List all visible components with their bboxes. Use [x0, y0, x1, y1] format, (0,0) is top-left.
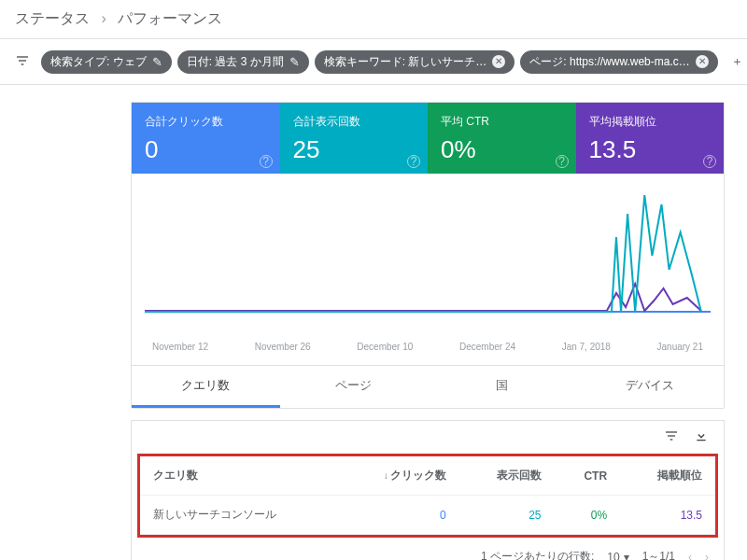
arrow-down-icon: ↓ — [384, 470, 388, 481]
metric-label: 合計表示回数 — [293, 114, 416, 130]
axis-label: November 26 — [255, 342, 311, 352]
help-icon[interactable]: ? — [407, 155, 420, 168]
close-icon[interactable]: ✕ — [492, 55, 505, 68]
col-ctr[interactable]: CTR — [555, 456, 621, 496]
pagination: 1 ページあたりの行数: 10 ▾ 1～1/1 ‹ › — [132, 541, 724, 560]
highlighted-table: クエリ数 ↓クリック数 表示回数 CTR 掲載順位 新しいサーチコンソール 0 … — [137, 454, 718, 538]
chip-search-type[interactable]: 検索タイプ: ウェブ ✎ — [41, 50, 172, 74]
cell-position: 13.5 — [620, 496, 715, 535]
help-icon[interactable]: ? — [703, 155, 716, 168]
col-clicks[interactable]: ↓クリック数 — [340, 456, 458, 496]
metric-value: 13.5 — [589, 135, 712, 164]
plus-icon: ＋ — [731, 53, 743, 70]
axis-label: December 10 — [357, 342, 413, 352]
filter-icon[interactable] — [9, 53, 35, 71]
col-query[interactable]: クエリ数 — [140, 456, 340, 496]
filter-icon[interactable] — [664, 428, 679, 446]
tab-pages[interactable]: ページ — [280, 366, 429, 408]
close-icon[interactable]: ✕ — [696, 55, 709, 68]
axis-label: Jan 7, 2018 — [562, 342, 611, 352]
chevron-right-icon: › — [101, 10, 106, 26]
rows-per-page-label: 1 ページあたりの行数: — [481, 549, 594, 560]
col-impressions[interactable]: 表示回数 — [459, 456, 555, 496]
pencil-icon: ✎ — [289, 56, 300, 68]
cell-query: 新しいサーチコンソール — [140, 496, 340, 535]
breadcrumb-current: パフォーマンス — [118, 10, 222, 26]
pencil-icon: ✎ — [152, 56, 162, 68]
col-position[interactable]: 掲載順位 — [620, 456, 715, 496]
cell-clicks: 0 — [340, 496, 458, 535]
metric-value: 0 — [145, 135, 267, 164]
axis-label: November 12 — [152, 342, 208, 352]
metric-label: 平均掲載順位 — [589, 114, 712, 130]
table-header-row: クエリ数 ↓クリック数 表示回数 CTR 掲載順位 — [140, 456, 715, 496]
page-range: 1～1/1 — [642, 549, 675, 560]
metric-value: 25 — [293, 135, 416, 164]
table-tabs: クエリ数 ページ 国 デバイス — [132, 365, 724, 408]
chip-label: ページ: https://www.web-ma.c… — [529, 54, 689, 70]
metric-value: 0% — [441, 135, 563, 164]
rows-per-page-select[interactable]: 10 ▾ — [607, 551, 628, 561]
metric-impressions[interactable]: 合計表示回数 25 ? — [280, 103, 429, 174]
metric-label: 平均 CTR — [441, 114, 563, 130]
chip-query[interactable]: 検索キーワード: 新しいサーチ… ✕ — [315, 50, 515, 74]
metric-clicks[interactable]: 合計クリック数 0 ? — [132, 103, 280, 174]
chip-label: 日付: 過去 3 か月間 — [187, 54, 284, 70]
chevron-down-icon: ▾ — [624, 551, 629, 561]
chip-label: 検索タイプ: ウェブ — [50, 54, 147, 70]
table-row[interactable]: 新しいサーチコンソール 0 25 0% 13.5 — [140, 496, 715, 535]
add-filter-button[interactable]: ＋ 新規 — [724, 45, 747, 78]
chip-page[interactable]: ページ: https://www.web-ma.c… ✕ — [520, 50, 717, 74]
prev-page-button[interactable]: ‹ — [688, 551, 692, 561]
results-table-card: クエリ数 ↓クリック数 表示回数 CTR 掲載順位 新しいサーチコンソール 0 … — [131, 420, 725, 560]
metric-position[interactable]: 平均掲載順位 13.5 ? — [576, 103, 725, 174]
tab-devices[interactable]: デバイス — [576, 366, 725, 408]
chip-label: 検索キーワード: 新しいサーチ… — [324, 54, 487, 70]
breadcrumb-parent[interactable]: ステータス — [15, 10, 90, 26]
breadcrumb: ステータス › パフォーマンス — [0, 0, 747, 38]
metric-ctr[interactable]: 平均 CTR 0% ? — [428, 103, 576, 174]
chart-area: November 12 November 26 December 10 Dece… — [132, 174, 724, 365]
next-page-button[interactable]: › — [705, 551, 709, 561]
axis-label: January 21 — [657, 342, 703, 352]
axis-label: December 24 — [459, 342, 515, 352]
help-icon[interactable]: ? — [556, 155, 569, 168]
performance-card: 合計クリック数 0 ? 合計表示回数 25 ? 平均 CTR 0% ? 平均掲載… — [131, 102, 725, 409]
chip-date[interactable]: 日付: 過去 3 か月間 ✎ — [177, 50, 309, 74]
cell-ctr: 0% — [555, 496, 621, 535]
cell-impressions: 25 — [459, 496, 555, 535]
help-icon[interactable]: ? — [260, 155, 273, 168]
metric-label: 合計クリック数 — [145, 114, 267, 130]
tab-countries[interactable]: 国 — [428, 366, 576, 408]
tab-queries[interactable]: クエリ数 — [132, 366, 280, 408]
filter-bar: 検索タイプ: ウェブ ✎ 日付: 過去 3 か月間 ✎ 検索キーワード: 新しい… — [0, 38, 747, 85]
line-chart — [145, 181, 711, 340]
download-icon[interactable] — [694, 428, 709, 446]
